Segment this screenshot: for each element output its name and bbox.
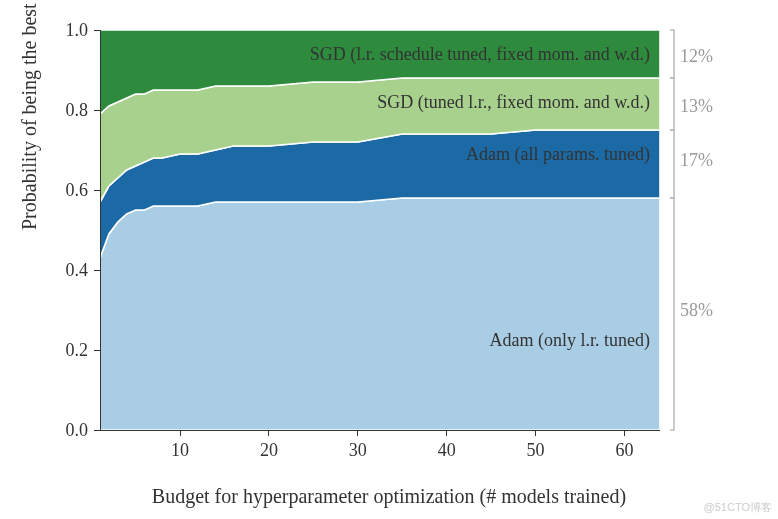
- x-tick-label: 50: [527, 440, 545, 460]
- pct-sgd-schedule: 12%: [680, 46, 713, 67]
- y-tick-label: 0.0: [66, 420, 89, 440]
- series-label-adam-all: Adam (all params. tuned): [466, 144, 650, 165]
- x-tick-label: 10: [171, 440, 189, 460]
- y-tick-label: 0.2: [66, 340, 89, 360]
- series-label-adam-lr: Adam (only l.r. tuned): [490, 330, 650, 351]
- x-tick-label: 20: [260, 440, 278, 460]
- x-tick-label: 30: [349, 440, 367, 460]
- plot-area: 0.00.20.40.60.81.0102030405060 SGD (l.r.…: [100, 30, 660, 430]
- pct-adam-all: 17%: [680, 150, 713, 171]
- y-tick-label: 1.0: [66, 20, 89, 40]
- bracket: [670, 78, 674, 130]
- y-tick-label: 0.8: [66, 100, 89, 120]
- watermark: @51CTO博客: [704, 500, 772, 515]
- bracket: [670, 198, 674, 430]
- x-axis-title: Budget for hyperparameter optimization (…: [0, 485, 778, 508]
- y-tick-label: 0.4: [66, 260, 89, 280]
- bracket: [670, 30, 674, 78]
- x-tick-label: 40: [438, 440, 456, 460]
- bracket-layer: [100, 30, 750, 430]
- bracket: [670, 130, 674, 198]
- pct-sgd-lr: 13%: [680, 96, 713, 117]
- stacked-area-chart: 0.00.20.40.60.81.0102030405060 SGD (l.r.…: [0, 0, 778, 519]
- y-tick-label: 0.6: [66, 180, 89, 200]
- x-tick-label: 60: [615, 440, 633, 460]
- series-label-sgd-lr: SGD (tuned l.r., fixed mom. and w.d.): [377, 92, 650, 113]
- y-axis-title: Probability of being the best: [18, 3, 41, 230]
- series-label-sgd-schedule: SGD (l.r. schedule tuned, fixed mom. and…: [310, 44, 650, 65]
- pct-adam-lr: 58%: [680, 300, 713, 321]
